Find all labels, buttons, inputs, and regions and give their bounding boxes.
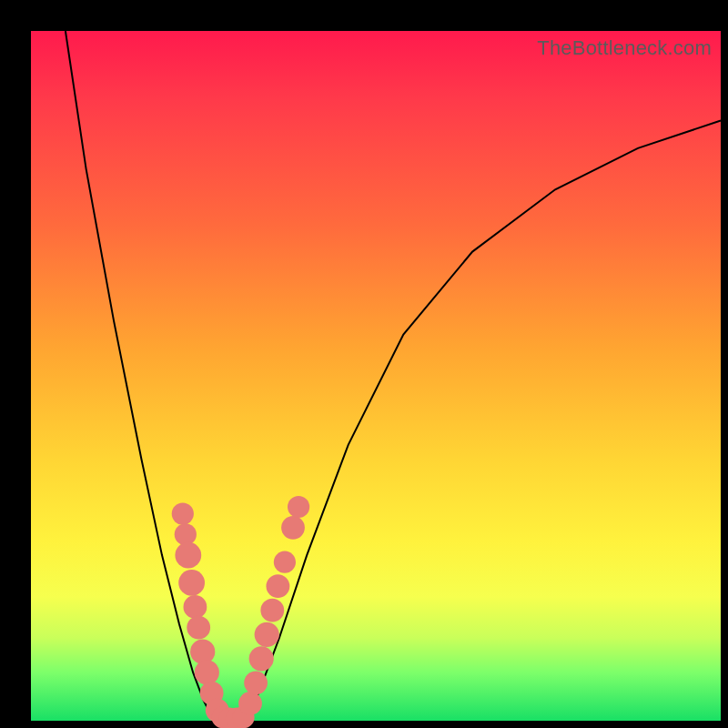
bead-left — [175, 542, 201, 569]
bead-group — [172, 496, 310, 728]
bead-right — [260, 599, 284, 622]
bead-left — [190, 640, 215, 664]
bead-left — [187, 616, 210, 640]
v-curve-path — [66, 31, 721, 721]
bead-right — [255, 622, 279, 647]
bead-left — [172, 503, 194, 525]
bead-left — [178, 570, 205, 596]
bead-right — [288, 496, 309, 518]
bead-left — [175, 523, 197, 545]
bead-left — [195, 660, 219, 684]
curve-svg — [31, 31, 721, 721]
bead-right — [267, 574, 290, 598]
outer-frame: TheBottleneck.com — [0, 0, 728, 728]
bead-right — [244, 671, 268, 694]
bead-right — [249, 646, 274, 671]
bead-right — [238, 692, 262, 715]
bead-right — [274, 551, 296, 573]
bead-right — [281, 516, 305, 540]
plot-area: TheBottleneck.com — [31, 31, 721, 721]
bead-left — [184, 595, 207, 619]
